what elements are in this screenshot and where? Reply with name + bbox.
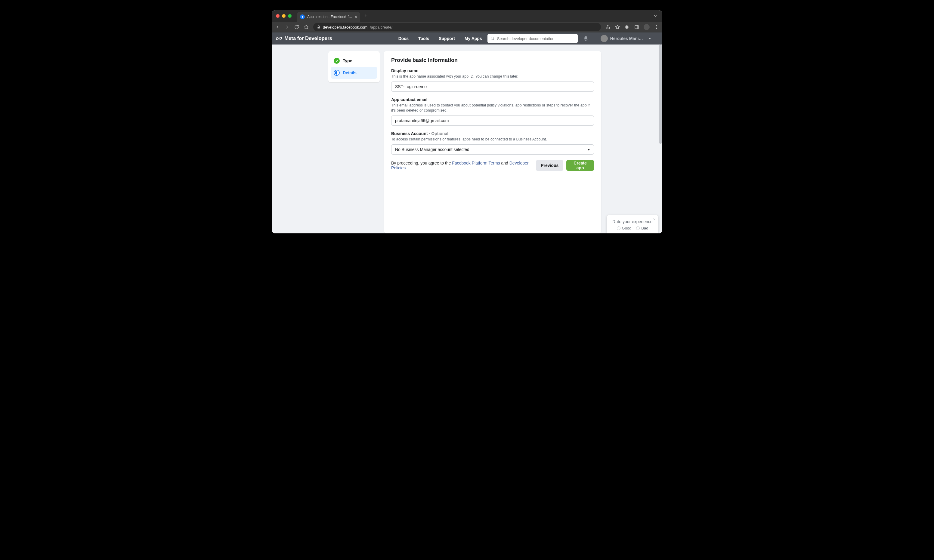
feedback-title: Rate your experience [610,219,655,224]
brand-logo[interactable]: Meta for Developers [276,35,332,42]
new-tab-button[interactable]: + [362,13,370,19]
display-name-label: Display name [391,68,594,73]
extensions-icon[interactable] [624,25,630,30]
search-input[interactable] [497,36,575,41]
share-icon[interactable] [605,25,610,30]
tab-close-icon[interactable]: × [355,14,357,19]
svg-rect-1 [635,26,638,29]
radio-icon [617,226,620,230]
url-host: developers.facebook.com [323,25,367,29]
feedback-good-label: Good [622,226,632,230]
search-icon [490,36,495,41]
contact-email-label: App contact email [391,97,594,102]
tabs-dropdown-icon[interactable] [653,14,658,18]
nav-myapps[interactable]: My Apps [465,36,482,41]
bookmark-star-icon[interactable] [615,25,620,30]
display-name-desc: This is the app name associated with you… [391,74,594,79]
form-heading: Provide basic information [391,57,594,63]
notifications-icon[interactable] [583,36,589,41]
tab-title: App creation - Facebook for De [307,15,352,19]
nav-reload-button[interactable] [294,25,299,29]
address-bar-row: developers.facebook.com/apps/create/ [272,22,662,32]
user-avatar-icon [601,35,608,42]
feedback-widget: × Rate your experience Good Bad [607,215,658,233]
doc-search[interactable] [487,34,578,43]
feedback-bad-label: Bad [641,226,648,230]
field-display-name: Display name This is the app name associ… [391,68,594,92]
agree-prefix: By proceeding, you agree to the [391,161,452,165]
radio-icon [636,226,640,230]
platform-terms-link[interactable]: Facebook Platform Terms [452,161,500,165]
create-app-button[interactable]: Create app [566,160,594,171]
window-controls [276,14,291,18]
profile-avatar-icon[interactable] [644,24,650,30]
optional-tag: Optional [431,131,449,136]
svg-point-5 [656,28,657,29]
contact-email-input[interactable] [391,115,594,126]
display-name-input[interactable] [391,82,594,92]
field-business-account: Business Account · Optional To access ce… [391,131,594,155]
nav-back-button[interactable] [275,25,280,30]
agree-text: By proceeding, you agree to the Facebook… [391,161,536,170]
step-sidebar: Type Details [328,51,380,82]
scrollbar-track [659,45,662,233]
business-account-label: Business Account · Optional [391,131,594,136]
brand-text: Meta for Developers [284,35,332,42]
page-content: Type Details Provide basic information D… [272,45,662,233]
form-card: Provide basic information Display name T… [384,51,601,233]
progress-icon [334,70,340,76]
nav-support[interactable]: Support [439,36,455,41]
step-type-label: Type [343,58,352,63]
form-footer: By proceeding, you agree to the Facebook… [391,160,594,171]
browser-tab[interactable]: f App creation - Facebook for De × [297,12,360,22]
step-details-label: Details [343,70,356,75]
browser-menu-icon[interactable] [654,25,659,30]
nav-home-button[interactable] [304,25,309,29]
agree-and: and [500,161,509,165]
previous-button[interactable]: Previous [536,160,563,171]
user-menu[interactable]: Hercules Mani… ▼ [601,35,652,42]
meta-infinity-icon [276,35,282,42]
business-account-desc: To access certain permissions or feature… [391,137,594,142]
nav-forward-button[interactable] [284,25,290,30]
business-account-value[interactable] [391,145,594,155]
browser-window: f App creation - Facebook for De × + [272,10,662,233]
site-header: Meta for Developers Docs Tools Support M… [272,32,662,45]
facebook-favicon-icon: f [300,14,305,19]
check-icon [334,58,340,64]
business-account-label-text: Business Account [391,131,428,136]
browser-chrome: f App creation - Facebook for De × + [272,10,662,32]
step-type[interactable]: Type [331,55,377,67]
nav-docs[interactable]: Docs [398,36,408,41]
main-nav: Docs Tools Support My Apps [398,36,482,41]
nav-tools[interactable]: Tools [418,36,429,41]
svg-point-4 [656,27,657,28]
feedback-good-option[interactable]: Good [617,226,632,230]
contact-email-desc: This email address is used to contact yo… [391,103,594,113]
window-close-button[interactable] [276,14,279,18]
scrollbar-thumb[interactable] [659,45,662,144]
business-account-select[interactable]: ▼ [391,145,594,155]
svg-line-7 [493,39,494,40]
feedback-close-icon[interactable]: × [653,217,656,222]
step-details[interactable]: Details [331,67,377,79]
feedback-bad-option[interactable]: Bad [636,226,648,230]
tab-strip: f App creation - Facebook for De × + [272,10,662,22]
svg-point-6 [491,37,493,39]
svg-point-3 [656,25,657,26]
side-panel-icon[interactable] [634,25,640,30]
user-name: Hercules Mani… [610,36,643,41]
url-path: /apps/create/ [370,25,392,29]
lock-icon [317,25,321,29]
field-contact-email: App contact email This email address is … [391,97,594,126]
caret-down-icon: ▼ [649,37,652,40]
window-minimize-button[interactable] [282,14,285,18]
window-maximize-button[interactable] [288,14,291,18]
toolbar-icons [605,24,659,30]
address-bar[interactable]: developers.facebook.com/apps/create/ [313,23,601,31]
